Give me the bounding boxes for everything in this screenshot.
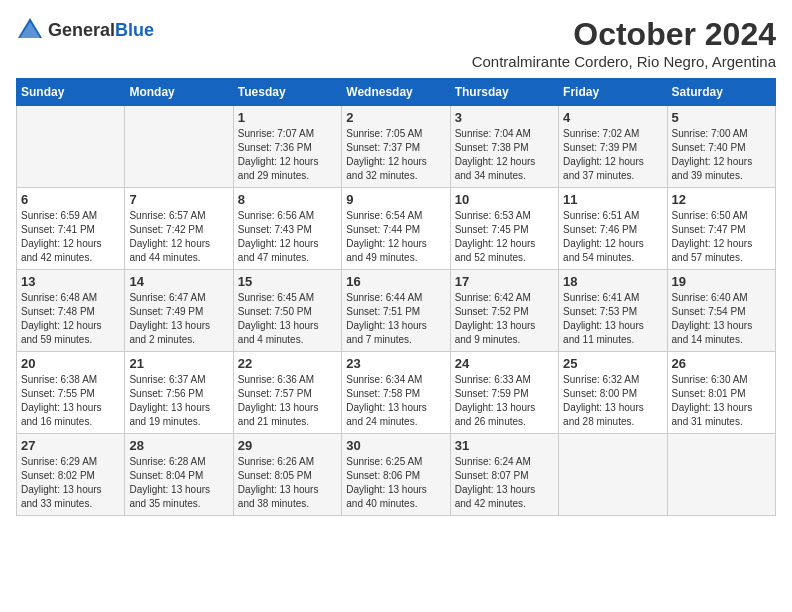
day-info: Sunrise: 6:32 AM Sunset: 8:00 PM Dayligh…: [563, 373, 662, 429]
main-title: October 2024: [472, 16, 776, 53]
calendar-cell: 22Sunrise: 6:36 AM Sunset: 7:57 PM Dayli…: [233, 352, 341, 434]
calendar-cell: 28Sunrise: 6:28 AM Sunset: 8:04 PM Dayli…: [125, 434, 233, 516]
week-row-1: 1Sunrise: 7:07 AM Sunset: 7:36 PM Daylig…: [17, 106, 776, 188]
day-number: 2: [346, 110, 445, 125]
day-number: 8: [238, 192, 337, 207]
week-row-5: 27Sunrise: 6:29 AM Sunset: 8:02 PM Dayli…: [17, 434, 776, 516]
day-info: Sunrise: 7:02 AM Sunset: 7:39 PM Dayligh…: [563, 127, 662, 183]
day-info: Sunrise: 6:47 AM Sunset: 7:49 PM Dayligh…: [129, 291, 228, 347]
calendar-cell: 29Sunrise: 6:26 AM Sunset: 8:05 PM Dayli…: [233, 434, 341, 516]
day-info: Sunrise: 6:33 AM Sunset: 7:59 PM Dayligh…: [455, 373, 554, 429]
day-number: 21: [129, 356, 228, 371]
weekday-sunday: Sunday: [17, 79, 125, 106]
day-number: 31: [455, 438, 554, 453]
calendar-cell: 15Sunrise: 6:45 AM Sunset: 7:50 PM Dayli…: [233, 270, 341, 352]
day-number: 23: [346, 356, 445, 371]
day-info: Sunrise: 6:41 AM Sunset: 7:53 PM Dayligh…: [563, 291, 662, 347]
calendar-cell: 26Sunrise: 6:30 AM Sunset: 8:01 PM Dayli…: [667, 352, 775, 434]
day-info: Sunrise: 6:42 AM Sunset: 7:52 PM Dayligh…: [455, 291, 554, 347]
day-number: 17: [455, 274, 554, 289]
day-number: 27: [21, 438, 120, 453]
day-info: Sunrise: 6:34 AM Sunset: 7:58 PM Dayligh…: [346, 373, 445, 429]
day-number: 29: [238, 438, 337, 453]
day-info: Sunrise: 6:54 AM Sunset: 7:44 PM Dayligh…: [346, 209, 445, 265]
calendar-cell: 3Sunrise: 7:04 AM Sunset: 7:38 PM Daylig…: [450, 106, 558, 188]
calendar-cell: [559, 434, 667, 516]
calendar-cell: [125, 106, 233, 188]
day-info: Sunrise: 6:59 AM Sunset: 7:41 PM Dayligh…: [21, 209, 120, 265]
day-number: 7: [129, 192, 228, 207]
weekday-wednesday: Wednesday: [342, 79, 450, 106]
calendar-body: 1Sunrise: 7:07 AM Sunset: 7:36 PM Daylig…: [17, 106, 776, 516]
day-info: Sunrise: 7:04 AM Sunset: 7:38 PM Dayligh…: [455, 127, 554, 183]
day-info: Sunrise: 6:40 AM Sunset: 7:54 PM Dayligh…: [672, 291, 771, 347]
calendar-cell: 20Sunrise: 6:38 AM Sunset: 7:55 PM Dayli…: [17, 352, 125, 434]
logo-blue: Blue: [115, 20, 154, 40]
day-number: 22: [238, 356, 337, 371]
weekday-saturday: Saturday: [667, 79, 775, 106]
day-number: 5: [672, 110, 771, 125]
week-row-4: 20Sunrise: 6:38 AM Sunset: 7:55 PM Dayli…: [17, 352, 776, 434]
day-number: 4: [563, 110, 662, 125]
day-info: Sunrise: 6:24 AM Sunset: 8:07 PM Dayligh…: [455, 455, 554, 511]
calendar-cell: 2Sunrise: 7:05 AM Sunset: 7:37 PM Daylig…: [342, 106, 450, 188]
day-info: Sunrise: 6:48 AM Sunset: 7:48 PM Dayligh…: [21, 291, 120, 347]
calendar-cell: 1Sunrise: 7:07 AM Sunset: 7:36 PM Daylig…: [233, 106, 341, 188]
calendar-cell: 9Sunrise: 6:54 AM Sunset: 7:44 PM Daylig…: [342, 188, 450, 270]
calendar-header: SundayMondayTuesdayWednesdayThursdayFrid…: [17, 79, 776, 106]
calendar-cell: 11Sunrise: 6:51 AM Sunset: 7:46 PM Dayli…: [559, 188, 667, 270]
day-number: 24: [455, 356, 554, 371]
day-info: Sunrise: 6:51 AM Sunset: 7:46 PM Dayligh…: [563, 209, 662, 265]
day-info: Sunrise: 6:26 AM Sunset: 8:05 PM Dayligh…: [238, 455, 337, 511]
weekday-friday: Friday: [559, 79, 667, 106]
calendar-cell: 5Sunrise: 7:00 AM Sunset: 7:40 PM Daylig…: [667, 106, 775, 188]
calendar-cell: 24Sunrise: 6:33 AM Sunset: 7:59 PM Dayli…: [450, 352, 558, 434]
day-info: Sunrise: 6:25 AM Sunset: 8:06 PM Dayligh…: [346, 455, 445, 511]
day-number: 1: [238, 110, 337, 125]
calendar-cell: [667, 434, 775, 516]
calendar-cell: 23Sunrise: 6:34 AM Sunset: 7:58 PM Dayli…: [342, 352, 450, 434]
logo: GeneralBlue: [16, 16, 154, 44]
day-number: 12: [672, 192, 771, 207]
day-number: 30: [346, 438, 445, 453]
day-number: 20: [21, 356, 120, 371]
day-number: 18: [563, 274, 662, 289]
calendar-cell: 19Sunrise: 6:40 AM Sunset: 7:54 PM Dayli…: [667, 270, 775, 352]
weekday-monday: Monday: [125, 79, 233, 106]
logo-general: General: [48, 20, 115, 40]
calendar-cell: 17Sunrise: 6:42 AM Sunset: 7:52 PM Dayli…: [450, 270, 558, 352]
header: GeneralBlue October 2024 Contralmirante …: [16, 16, 776, 70]
calendar-cell: 27Sunrise: 6:29 AM Sunset: 8:02 PM Dayli…: [17, 434, 125, 516]
day-info: Sunrise: 6:45 AM Sunset: 7:50 PM Dayligh…: [238, 291, 337, 347]
calendar-cell: 6Sunrise: 6:59 AM Sunset: 7:41 PM Daylig…: [17, 188, 125, 270]
day-info: Sunrise: 6:44 AM Sunset: 7:51 PM Dayligh…: [346, 291, 445, 347]
calendar-table: SundayMondayTuesdayWednesdayThursdayFrid…: [16, 78, 776, 516]
title-area: October 2024 Contralmirante Cordero, Rio…: [472, 16, 776, 70]
day-number: 25: [563, 356, 662, 371]
week-row-2: 6Sunrise: 6:59 AM Sunset: 7:41 PM Daylig…: [17, 188, 776, 270]
day-info: Sunrise: 6:50 AM Sunset: 7:47 PM Dayligh…: [672, 209, 771, 265]
weekday-thursday: Thursday: [450, 79, 558, 106]
day-number: 3: [455, 110, 554, 125]
day-info: Sunrise: 6:29 AM Sunset: 8:02 PM Dayligh…: [21, 455, 120, 511]
day-number: 10: [455, 192, 554, 207]
day-number: 28: [129, 438, 228, 453]
calendar-cell: 21Sunrise: 6:37 AM Sunset: 7:56 PM Dayli…: [125, 352, 233, 434]
day-number: 16: [346, 274, 445, 289]
day-info: Sunrise: 6:37 AM Sunset: 7:56 PM Dayligh…: [129, 373, 228, 429]
subtitle: Contralmirante Cordero, Rio Negro, Argen…: [472, 53, 776, 70]
week-row-3: 13Sunrise: 6:48 AM Sunset: 7:48 PM Dayli…: [17, 270, 776, 352]
logo-icon: [16, 16, 44, 44]
day-number: 13: [21, 274, 120, 289]
day-info: Sunrise: 6:36 AM Sunset: 7:57 PM Dayligh…: [238, 373, 337, 429]
day-info: Sunrise: 6:28 AM Sunset: 8:04 PM Dayligh…: [129, 455, 228, 511]
calendar-cell: 12Sunrise: 6:50 AM Sunset: 7:47 PM Dayli…: [667, 188, 775, 270]
calendar-cell: 30Sunrise: 6:25 AM Sunset: 8:06 PM Dayli…: [342, 434, 450, 516]
calendar-cell: 13Sunrise: 6:48 AM Sunset: 7:48 PM Dayli…: [17, 270, 125, 352]
day-info: Sunrise: 7:00 AM Sunset: 7:40 PM Dayligh…: [672, 127, 771, 183]
day-info: Sunrise: 6:53 AM Sunset: 7:45 PM Dayligh…: [455, 209, 554, 265]
day-number: 11: [563, 192, 662, 207]
calendar-cell: 18Sunrise: 6:41 AM Sunset: 7:53 PM Dayli…: [559, 270, 667, 352]
day-number: 19: [672, 274, 771, 289]
calendar-cell: 7Sunrise: 6:57 AM Sunset: 7:42 PM Daylig…: [125, 188, 233, 270]
